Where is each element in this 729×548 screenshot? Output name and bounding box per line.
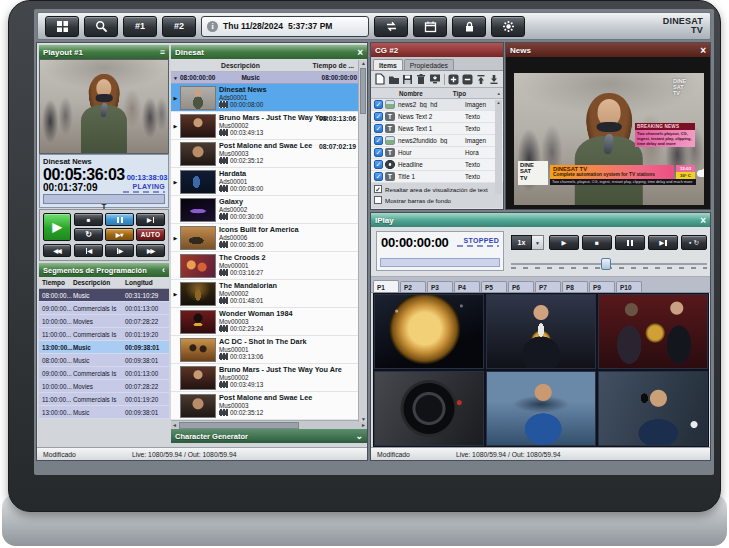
- cg-item-row[interactable]: ✓HeadlineTexto: [371, 159, 503, 171]
- iplay-next-button[interactable]: ▶: [648, 235, 678, 250]
- iplay-titlebar[interactable]: IPlay ×: [371, 213, 710, 227]
- tab-p2[interactable]: P2: [400, 281, 426, 292]
- playlist-row[interactable]: ▶Bruno Mars - Just The Way YouMus0000200…: [171, 112, 367, 140]
- scroll-up-icon[interactable]: ▲: [497, 100, 501, 105]
- item-checkbox[interactable]: ✓: [374, 124, 383, 133]
- seek-bar[interactable]: T: [43, 194, 165, 204]
- playlist-row[interactable]: Post Malone and Swae LeeMus0000300:02:35…: [171, 140, 367, 168]
- scroll-right-icon[interactable]: ►: [361, 422, 366, 428]
- cg-delete-button[interactable]: [415, 73, 427, 86]
- playlist-row[interactable]: AC DC - Shot In The DarkMus0000100:03:13…: [171, 336, 367, 364]
- step-forward-button[interactable]: ▶: [105, 244, 134, 257]
- item-checkbox[interactable]: ✓: [374, 172, 383, 181]
- scroll-up-icon[interactable]: ▲: [359, 60, 368, 66]
- segment-row[interactable]: 09:00:00...Commercials Is00:01:13:00: [39, 367, 169, 380]
- cg-export-button[interactable]: [429, 73, 441, 86]
- playlist-row[interactable]: ▶The MandalorianMov0000200:01:48:01: [171, 280, 367, 308]
- iplay-clip-driver-headset[interactable]: [598, 371, 708, 446]
- cg-item-row[interactable]: ✓TTitle 1Texto: [371, 171, 503, 183]
- tab-p5[interactable]: P5: [481, 281, 507, 292]
- character-generator-bar[interactable]: Character Generator ⌄: [171, 429, 367, 443]
- sort-arrow-icon[interactable]: ▲: [497, 91, 501, 96]
- cg-item-row[interactable]: ✓TNews Text 1Texto: [371, 123, 503, 135]
- playlist-row[interactable]: GalaxyAds0000200:00:30:00: [171, 196, 367, 224]
- iplay-clip-black-watch[interactable]: [374, 371, 484, 446]
- stop-button[interactable]: ■: [74, 213, 103, 226]
- vscroll-thumb[interactable]: [360, 68, 366, 114]
- settings-button[interactable]: [491, 16, 525, 37]
- segment-row[interactable]: 09:00:00...Commercials Is00:01:13:00: [39, 302, 169, 315]
- close-icon[interactable]: ×: [700, 216, 706, 225]
- close-icon[interactable]: ×: [700, 46, 706, 55]
- segment-row[interactable]: 08:00:00...Music00:09:38:01: [39, 354, 169, 367]
- auto-button[interactable]: AUTO: [136, 228, 165, 241]
- playlist-row[interactable]: ▶HardataAds0000100:00:08:00: [171, 168, 367, 196]
- swap-channels-button[interactable]: [374, 16, 408, 37]
- chevron-down-icon[interactable]: ▼: [173, 75, 178, 81]
- cg-open-button[interactable]: [388, 73, 400, 86]
- cg-save-button[interactable]: [402, 73, 414, 86]
- cg-scrollbar[interactable]: ▲: [495, 100, 502, 194]
- segment-row[interactable]: 13:00:00...Music00:09:38:01: [39, 406, 169, 419]
- workspace-1-button[interactable]: #1: [123, 16, 157, 37]
- menu-icon[interactable]: ≡: [160, 47, 165, 57]
- cg-titlebar[interactable]: CG #2: [371, 43, 503, 57]
- news-titlebar[interactable]: News ×: [506, 43, 710, 57]
- playlist-group-row[interactable]: ▼ 08:00:00:00 Music 08:00:00:00: [171, 72, 367, 84]
- lock-button[interactable]: [452, 16, 486, 37]
- segment-row[interactable]: 10:00:00...Movies00:07:28:22: [39, 315, 169, 328]
- scroll-left-icon[interactable]: ◄: [172, 422, 177, 428]
- playlist-row[interactable]: Wonder Woman 1984Mov0000300:02:23:24: [171, 308, 367, 336]
- segment-row[interactable]: 13:00:00...Music00:09:38:01: [39, 341, 169, 354]
- collapse-left-icon[interactable]: ‹: [162, 266, 165, 274]
- cg-item-row[interactable]: ✓TNews Text 2Texto: [371, 111, 503, 123]
- tab-p4[interactable]: P4: [454, 281, 480, 292]
- close-icon[interactable]: ×: [357, 48, 363, 57]
- playlist-row[interactable]: The Croods 2Mov0000100:03:16:27: [171, 252, 367, 280]
- iplay-clip-driver-portrait[interactable]: [486, 371, 596, 446]
- tab-items[interactable]: Items: [373, 59, 403, 70]
- segment-row[interactable]: 11:00:00...Commercials Is00:01:19:20: [39, 328, 169, 341]
- cg-item-row[interactable]: ✓THourHora: [371, 147, 503, 159]
- iplay-clip-golden-ball[interactable]: [374, 294, 484, 369]
- iplay-stop-button[interactable]: ■: [582, 235, 612, 250]
- calendar-button[interactable]: [413, 16, 447, 37]
- tab-p6[interactable]: P6: [508, 281, 534, 292]
- item-checkbox[interactable]: ✓: [374, 112, 383, 121]
- step-back-button[interactable]: ◀: [74, 244, 103, 257]
- tab-propiedades[interactable]: Propiedades: [404, 59, 454, 70]
- fast-forward-button[interactable]: ▶▶: [136, 244, 165, 257]
- dropdown-arrow-icon[interactable]: ▼: [532, 235, 544, 250]
- playlist-row[interactable]: Bruno Mars - Just The Way You AreMus0000…: [171, 364, 367, 392]
- item-checkbox[interactable]: ✓: [374, 100, 383, 109]
- playlist-row[interactable]: ▶Icons Built for AmericaAds0000600:00:35…: [171, 224, 367, 252]
- skip-next-button[interactable]: ▶: [136, 213, 165, 226]
- workspace-2-button[interactable]: #2: [162, 16, 196, 37]
- checkbox-mostrar[interactable]: [374, 196, 382, 204]
- tab-p7[interactable]: P7: [535, 281, 561, 292]
- playlist-titlebar[interactable]: Dinesat ×: [171, 45, 367, 59]
- item-checkbox[interactable]: ✓: [374, 160, 383, 169]
- tab-p9[interactable]: P9: [589, 281, 615, 292]
- iplay-pause-button[interactable]: [615, 235, 645, 250]
- cg-new-button[interactable]: [374, 73, 386, 86]
- slider-handle[interactable]: [601, 258, 611, 270]
- item-checkbox[interactable]: ✓: [374, 148, 383, 157]
- segments-titlebar[interactable]: Segmentos de Programación ‹: [39, 263, 169, 277]
- item-checkbox[interactable]: ✓: [374, 136, 383, 145]
- cg-remove-button[interactable]: [461, 73, 473, 86]
- horizontal-scrollbar[interactable]: ◄ ►: [171, 420, 367, 429]
- hscroll-thumb[interactable]: [179, 422, 299, 429]
- speed-select[interactable]: 1x ▼: [511, 235, 544, 250]
- tab-p1[interactable]: P1: [373, 280, 399, 292]
- iplay-progress[interactable]: [380, 258, 500, 267]
- segment-row[interactable]: 11:00:00...Commercials Is00:01:19:20: [39, 393, 169, 406]
- search-button[interactable]: [84, 16, 118, 37]
- pause-button[interactable]: [105, 213, 134, 226]
- play-options-button[interactable]: ▶▾: [105, 228, 134, 241]
- playlist-row[interactable]: Post Malone and Swae LeeMus0000300:02:35…: [171, 392, 367, 420]
- playlist-row[interactable]: ▶Dinesat NewsAds0000100:00:08:00: [171, 84, 367, 112]
- tab-p10[interactable]: P10: [616, 281, 642, 292]
- loop-button[interactable]: ↻: [74, 228, 103, 241]
- checkbox-resaltar[interactable]: [374, 185, 382, 193]
